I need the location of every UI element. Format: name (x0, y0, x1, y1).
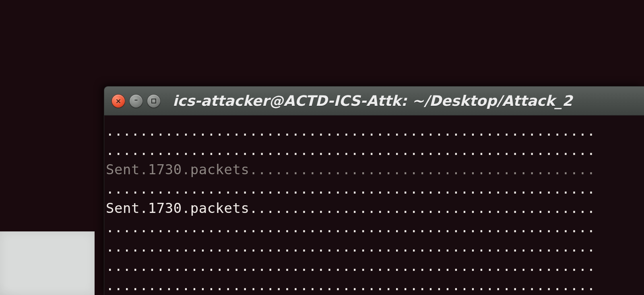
terminal-window[interactable]: × – ics-attacker@ACTD-ICS-Attk: ~/Deskto… (104, 86, 644, 295)
terminal-output[interactable]: ........................................… (104, 116, 644, 295)
terminal-line: ........................................… (106, 140, 644, 160)
terminal-line: ........................................… (106, 256, 644, 276)
maximize-button[interactable] (147, 94, 161, 108)
terminal-line: ........................................… (106, 121, 644, 140)
window-titlebar[interactable]: × – ics-attacker@ACTD-ICS-Attk: ~/Deskto… (104, 87, 644, 116)
terminal-line: ........................................… (106, 237, 644, 256)
terminal-line: Sent.1730.packets.......................… (106, 160, 644, 179)
minimize-button[interactable]: – (129, 94, 143, 108)
terminal-line: ........................................… (106, 179, 644, 198)
minimize-icon: – (134, 96, 138, 103)
terminal-line: Sent.1730.packets.......................… (106, 198, 644, 218)
window-title: ics-attacker@ACTD-ICS-Attk: ~/Desktop/At… (173, 93, 572, 109)
close-icon: × (115, 97, 121, 105)
close-button[interactable]: × (111, 94, 125, 108)
desktop-background-patch (0, 231, 95, 295)
maximize-icon (151, 99, 156, 103)
terminal-line: ........................................… (106, 276, 644, 295)
terminal-line: ........................................… (106, 218, 644, 237)
